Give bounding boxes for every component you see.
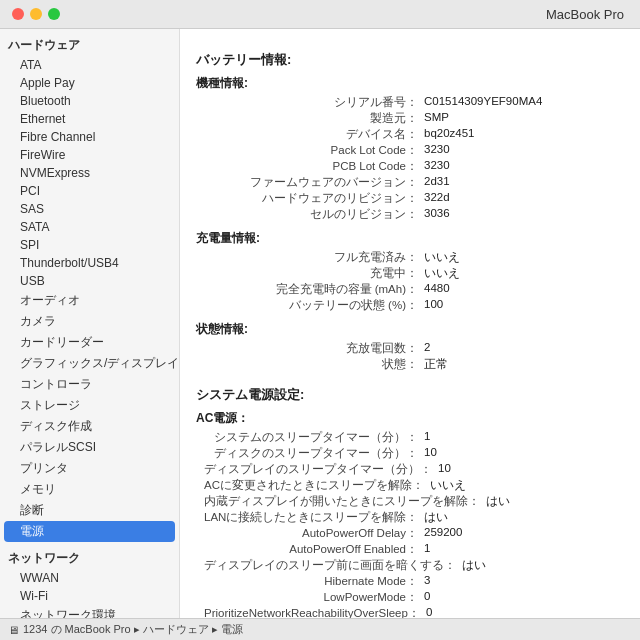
table-row: フル充電済み： いいえ	[204, 250, 624, 265]
status-info-subtitle: 状態情報:	[196, 321, 624, 338]
sidebar-item-spi[interactable]: SPI	[0, 236, 179, 254]
table-row: 内蔵ディスプレイが開いたときにスリープを解除： はい	[204, 494, 624, 509]
table-row: ファームウェアのバージョン： 2d31	[204, 175, 624, 190]
sidebar-item-pci[interactable]: PCI	[0, 182, 179, 200]
charge-info-subtitle: 充電量情報:	[196, 230, 624, 247]
machine-info-table: シリアル番号： C01514309YEF90MA4 製造元： SMP デバイス名…	[204, 95, 624, 222]
sidebar-item-camera[interactable]: カメラ	[0, 311, 179, 332]
network-group-label: ネットワーク	[0, 546, 179, 569]
table-row: ACに変更されたときにスリープを解除： いいえ	[204, 478, 624, 493]
sidebar-item-controller[interactable]: コントローラ	[0, 374, 179, 395]
table-row: Hibernate Mode： 3	[204, 574, 624, 589]
table-row: 充電中： いいえ	[204, 266, 624, 281]
system-power-title: システム電源設定:	[196, 386, 624, 404]
table-row: デバイス名： bq20z451	[204, 127, 624, 142]
ac-power-table: システムのスリープタイマー（分）： 1 ディスクのスリープタイマー（分）： 10…	[204, 430, 624, 618]
breadcrumb: 1234 の MacBook Pro ▸ ハードウェア ▸ 電源	[23, 622, 243, 637]
sidebar: ハードウェア ATA Apple Pay Bluetooth Ethernet …	[0, 29, 180, 618]
sidebar-item-scsi[interactable]: パラレルSCSI	[0, 437, 179, 458]
sidebar-item-ata[interactable]: ATA	[0, 56, 179, 74]
close-button[interactable]	[12, 8, 24, 20]
battery-section-title: バッテリー情報:	[196, 51, 624, 69]
table-row: ディスクのスリープタイマー（分）： 10	[204, 446, 624, 461]
table-row: PCB Lot Code： 3230	[204, 159, 624, 174]
sidebar-item-sas[interactable]: SAS	[0, 200, 179, 218]
monitor-icon: 🖥	[8, 624, 19, 636]
sidebar-item-diagnostics[interactable]: 診断	[0, 500, 179, 521]
charge-info-table: フル充電済み： いいえ 充電中： いいえ 完全充電時の容量 (mAh)： 448…	[204, 250, 624, 313]
status-info-table: 充放電回数： 2 状態： 正常	[204, 341, 624, 372]
ac-power-subtitle: AC電源：	[196, 410, 624, 427]
window-title: MacBook Pro	[546, 7, 624, 22]
table-row: バッテリーの状態 (%)： 100	[204, 298, 624, 313]
title-bar: MacBook Pro	[0, 0, 640, 29]
sidebar-item-applepay[interactable]: Apple Pay	[0, 74, 179, 92]
sidebar-item-storage[interactable]: ストレージ	[0, 395, 179, 416]
machine-info-subtitle: 機種情報:	[196, 75, 624, 92]
sidebar-item-usb[interactable]: USB	[0, 272, 179, 290]
table-row: シリアル番号： C01514309YEF90MA4	[204, 95, 624, 110]
sidebar-item-wifi[interactable]: Wi-Fi	[0, 587, 179, 605]
table-row: 製造元： SMP	[204, 111, 624, 126]
table-row: Pack Lot Code： 3230	[204, 143, 624, 158]
hardware-group-label: ハードウェア	[0, 33, 179, 56]
table-row: AutoPowerOff Enabled： 1	[204, 542, 624, 557]
zoom-button[interactable]	[48, 8, 60, 20]
table-row: ディスプレイのスリープタイマー（分）： 10	[204, 462, 624, 477]
sidebar-item-memory[interactable]: メモリ	[0, 479, 179, 500]
table-row: システムのスリープタイマー（分）： 1	[204, 430, 624, 445]
table-row: 状態： 正常	[204, 357, 624, 372]
sidebar-item-ethernet[interactable]: Ethernet	[0, 110, 179, 128]
table-row: PrioritizeNetworkReachabilityOverSleep： …	[204, 606, 624, 618]
sidebar-item-network-env[interactable]: ネットワーク環境	[0, 605, 179, 618]
table-row: AutoPowerOff Delay： 259200	[204, 526, 624, 541]
sidebar-item-printer[interactable]: プリンタ	[0, 458, 179, 479]
sidebar-item-power[interactable]: 電源	[4, 521, 175, 542]
main-content: ハードウェア ATA Apple Pay Bluetooth Ethernet …	[0, 29, 640, 618]
status-bar: 🖥 1234 の MacBook Pro ▸ ハードウェア ▸ 電源	[0, 618, 640, 640]
sidebar-item-bluetooth[interactable]: Bluetooth	[0, 92, 179, 110]
table-row: LANに接続したときにスリープを解除： はい	[204, 510, 624, 525]
sidebar-item-firewire[interactable]: FireWire	[0, 146, 179, 164]
table-row: ハードウェアのリビジョン： 322d	[204, 191, 624, 206]
table-row: 完全充電時の容量 (mAh)： 4480	[204, 282, 624, 297]
table-row: LowPowerMode： 0	[204, 590, 624, 605]
sidebar-item-audio[interactable]: オーディオ	[0, 290, 179, 311]
sidebar-item-nvme[interactable]: NVMExpress	[0, 164, 179, 182]
sidebar-item-fibre[interactable]: Fibre Channel	[0, 128, 179, 146]
sidebar-item-sata[interactable]: SATA	[0, 218, 179, 236]
content-area: バッテリー情報: 機種情報: シリアル番号： C01514309YEF90MA4…	[180, 29, 640, 618]
sidebar-item-cardreader[interactable]: カードリーダー	[0, 332, 179, 353]
sidebar-item-disc[interactable]: ディスク作成	[0, 416, 179, 437]
sidebar-item-graphics[interactable]: グラフィックス/ディスプレイ	[0, 353, 179, 374]
sidebar-item-wwan[interactable]: WWAN	[0, 569, 179, 587]
traffic-lights	[12, 8, 60, 20]
table-row: 充放電回数： 2	[204, 341, 624, 356]
minimize-button[interactable]	[30, 8, 42, 20]
table-row: ディスプレイのスリープ前に画面を暗くする： はい	[204, 558, 624, 573]
table-row: セルのリビジョン： 3036	[204, 207, 624, 222]
sidebar-item-thunderbolt[interactable]: Thunderbolt/USB4	[0, 254, 179, 272]
